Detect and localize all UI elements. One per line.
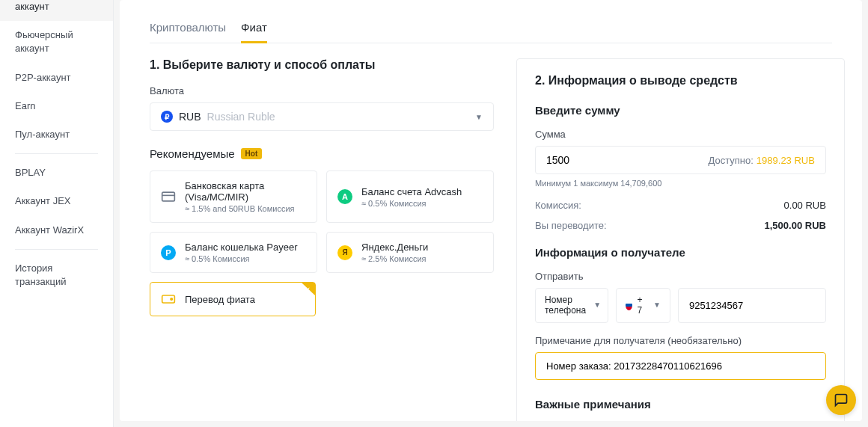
tab-crypto[interactable]: Криптовалюты: [150, 15, 226, 43]
payment-name: Баланс кошелька Payeer: [185, 242, 298, 253]
currency-method-panel: 1. Выберите валюту и способ оплаты Валют…: [150, 58, 494, 421]
yandex-icon: Я: [337, 245, 352, 260]
chevron-down-icon: ▼: [653, 301, 661, 310]
country-code-value: + 7: [637, 295, 646, 316]
payment-card-fiat-transfer[interactable]: Перевод фиата: [150, 282, 316, 316]
sidebar-item-wazirx[interactable]: Аккаунт WazirX: [0, 216, 113, 245]
payment-fee: ≈ 0.5% Комиссия: [185, 254, 298, 263]
main-content: Криптовалюты Фиат 1. Выберите валюту и с…: [120, 0, 862, 421]
payment-name: Баланс счета Advcash: [361, 186, 462, 197]
note-input[interactable]: [535, 352, 826, 380]
enter-amount-title: Введите сумму: [535, 104, 826, 117]
country-code-select[interactable]: + 7 ▼: [616, 288, 670, 323]
payment-fee: ≈ 0.5% Комиссия: [361, 199, 462, 208]
payment-name: Перевод фиата: [185, 294, 255, 305]
recipient-type-value: Номер телефона: [545, 295, 586, 316]
transfer-value: 1,500.00 RUB: [765, 220, 826, 231]
sidebar-item-bplay[interactable]: BPLAY: [0, 159, 113, 187]
available-label: Доступно:: [709, 155, 754, 166]
ruble-icon: ₽: [161, 111, 173, 123]
fee-label: Комиссия:: [535, 200, 581, 211]
phone-input[interactable]: [678, 288, 826, 323]
chat-icon: [834, 393, 849, 408]
payment-name: Банковская карта (Visa/MC/MIR): [185, 180, 306, 203]
amount-label: Сумма: [535, 129, 826, 140]
hot-badge: Hot: [241, 148, 263, 159]
advcash-icon: A: [337, 189, 352, 204]
sidebar: аккаунт Фьючерсный аккаунт P2P-аккаунт E…: [0, 0, 114, 427]
divider: [15, 249, 98, 250]
available-value: 1989.23 RUB: [757, 155, 815, 166]
sidebar-item-history[interactable]: История транзакций: [0, 254, 113, 296]
payment-card-payeer[interactable]: P Баланс кошелька Payeer ≈ 0.5% Комиссия: [150, 232, 317, 273]
limits-hint: Минимум 1 максимум 14,709,600: [535, 179, 826, 188]
currency-code: RUB: [179, 111, 201, 123]
chevron-down-icon: ▼: [593, 301, 601, 310]
currency-name: Russian Ruble: [207, 111, 275, 123]
payment-fee: ≈ 2.5% Комиссия: [361, 254, 428, 263]
withdraw-info-panel: 2. Информация о выводе средств Введите с…: [516, 58, 845, 421]
divider: [15, 153, 98, 154]
card-icon: [161, 189, 176, 204]
chat-button[interactable]: [826, 385, 856, 415]
recipient-type-select[interactable]: Номер телефона ▼: [535, 288, 608, 323]
amount-input[interactable]: [546, 154, 709, 166]
chevron-down-icon: ▼: [475, 113, 483, 121]
payeer-icon: P: [161, 245, 176, 260]
send-label: Отправить: [535, 271, 826, 282]
sidebar-item-p2p[interactable]: P2P-аккаунт: [0, 64, 113, 92]
sidebar-item-futures[interactable]: Фьючерсный аккаунт: [0, 21, 113, 63]
payment-card-bank[interactable]: Банковская карта (Visa/MC/MIR) ≈ 1.5% an…: [150, 171, 317, 223]
tabs: Криптовалюты Фиат: [150, 15, 832, 43]
notes-title: Важные примечания: [535, 398, 826, 411]
section-title-withdraw: 2. Информация о выводе средств: [535, 74, 826, 87]
currency-label: Валюта: [150, 85, 494, 96]
section-title-currency: 1. Выберите валюту и способ оплаты: [150, 58, 494, 72]
payment-fee: ≈ 1.5% and 50RUB Комиссия: [185, 204, 306, 213]
sidebar-item-earn[interactable]: Earn: [0, 92, 113, 120]
svg-rect-0: [162, 192, 175, 201]
recommended-label: Рекомендуемые: [150, 147, 235, 160]
svg-point-3: [171, 298, 173, 301]
sidebar-item-jex[interactable]: Аккаунт JEX: [0, 187, 113, 215]
transfer-label: Вы переводите:: [535, 220, 607, 231]
wallet-icon: [161, 292, 176, 307]
sidebar-item-pool[interactable]: Пул-аккаунт: [0, 120, 113, 149]
recipient-title: Информация о получателе: [535, 246, 826, 259]
payment-card-yandex[interactable]: Я Яндекс.Деньги ≈ 2.5% Комиссия: [326, 232, 494, 273]
sidebar-item-account-partial[interactable]: аккаунт: [0, 0, 113, 21]
tab-fiat[interactable]: Фиат: [241, 15, 267, 43]
payment-card-advcash[interactable]: A Баланс счета Advcash ≈ 0.5% Комиссия: [326, 171, 494, 223]
payment-name: Яндекс.Деньги: [361, 242, 428, 253]
flag-ru-icon: [626, 300, 632, 310]
currency-select[interactable]: ₽ RUB Russian Ruble ▼: [150, 102, 494, 131]
fee-value: 0.00 RUB: [784, 200, 826, 211]
note-label: Примечание для получателя (необязательно…: [535, 335, 826, 346]
